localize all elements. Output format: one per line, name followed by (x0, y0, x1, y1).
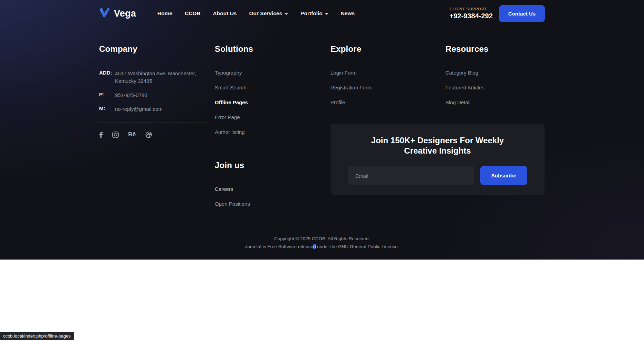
social-links: Bē (99, 131, 206, 138)
footer-link-open-positions[interactable]: Open Positions (215, 201, 250, 207)
instagram-icon[interactable] (112, 131, 119, 138)
footer-link-login-form[interactable]: Login Form (330, 70, 357, 76)
behance-icon[interactable]: Bē (128, 131, 136, 138)
footer-link-error-page[interactable]: Error Page (215, 114, 240, 120)
nav-item-portfolio[interactable]: Portfolio (300, 10, 328, 17)
address-value: 4517 Washington Ave. Manchester, Kentuck… (115, 70, 206, 85)
footer-link-category-blog[interactable]: Category Blog (445, 70, 478, 76)
company-divider (99, 123, 206, 123)
chevron-down-icon (325, 13, 328, 15)
facebook-icon[interactable] (99, 131, 103, 138)
nav-item-ccob[interactable]: CCOB (185, 10, 201, 17)
navbar-right: CLIENT SUPPORT +92-9384-292 Contact Us (450, 5, 545, 22)
contact-us-button[interactable]: Contact Us (499, 5, 545, 22)
footer-link-author-listing[interactable]: Author listing (215, 129, 245, 135)
vega-logo-icon (99, 7, 111, 20)
join-us-heading: Join us (215, 160, 318, 170)
footer-link-profile[interactable]: Profile (330, 99, 345, 105)
footer-dark-background: Vega Home CCOB About Us Our Services Por… (0, 0, 644, 260)
page: Vega Home CCOB About Us Our Services Por… (0, 0, 644, 341)
footer-link-careers[interactable]: Careers (215, 186, 233, 192)
copyright-line1: Copyright © 2025 CCOB. All Rights Reserv… (0, 236, 644, 241)
footer-link-offline-pages[interactable]: Offline Pages (215, 99, 248, 105)
company-heading: Company (99, 44, 206, 54)
phone-row: P: 951-925-0780 (99, 91, 206, 99)
copyright-block: Copyright © 2025 CCOB. All Rights Reserv… (0, 236, 644, 249)
footer-column-explore: Explore Login Form Registration Form Pro… (330, 44, 434, 114)
chevron-down-icon (285, 13, 288, 15)
footer-column-solutions: Solutions Typography Smart Search Offlin… (215, 44, 318, 216)
address-label: ADD: (99, 70, 115, 85)
resources-heading: Resources (445, 44, 549, 54)
explore-links: Login Form Registration Form Profile (330, 70, 434, 106)
nav-item-our-services[interactable]: Our Services (249, 10, 288, 17)
dribbble-icon[interactable] (145, 131, 152, 138)
client-support-phone: +92-9384-292 (450, 12, 493, 20)
solutions-links: Typography Smart Search Offline Pages Er… (215, 70, 318, 135)
copyright-line2: Joomla! is Free Software released under … (0, 244, 644, 249)
subscribe-button[interactable]: Subscribe (480, 166, 527, 185)
email-input[interactable] (348, 166, 474, 185)
brand-name: Vega (114, 8, 136, 19)
mail-row: M: no-reply@gmail.com (99, 105, 206, 113)
join-us-block: Join us Careers Open Positions (215, 160, 318, 207)
nav-item-about-us[interactable]: About Us (213, 10, 237, 17)
solutions-heading: Solutions (215, 44, 318, 54)
mail-label: M: (99, 105, 115, 113)
resources-links: Category Blog Featured Articles Blog Det… (445, 70, 549, 106)
footer-column-resources: Resources Category Blog Featured Article… (445, 44, 549, 114)
footer-link-registration-form[interactable]: Registration Form (330, 85, 372, 90)
explore-heading: Explore (330, 44, 434, 54)
footer-link-featured-articles[interactable]: Featured Articles (445, 85, 484, 90)
newsletter-form: Subscribe (348, 166, 527, 185)
phone-label: P: (99, 91, 115, 99)
brand-logo[interactable]: Vega (99, 7, 136, 20)
client-support-block: CLIENT SUPPORT +92-9384-292 (450, 7, 493, 20)
nav-item-news[interactable]: News (341, 10, 355, 17)
client-support-label: CLIENT SUPPORT (450, 7, 493, 11)
mail-value[interactable]: no-reply@gmail.com (115, 105, 163, 113)
phone-value[interactable]: 951-925-0780 (115, 91, 147, 99)
address-row: ADD: 4517 Washington Ave. Manchester, Ke… (99, 70, 206, 85)
footer-link-typography[interactable]: Typography (215, 70, 242, 76)
footer-column-company: Company ADD: 4517 Washington Ave. Manche… (99, 44, 206, 138)
footer-bottom-divider (99, 224, 545, 224)
newsletter-card: Join 150K+ Designers For Weekly Creative… (330, 124, 545, 195)
footer-link-blog-detail[interactable]: Blog Detail (445, 99, 471, 105)
newsletter-title: Join 150K+ Designers For Weekly Creative… (348, 135, 527, 156)
join-us-links: Careers Open Positions (215, 186, 318, 207)
link-status-tooltip: ccob.local/index.php/offline-pages (0, 332, 74, 340)
main-nav: Home CCOB About Us Our Services Portfoli… (157, 10, 355, 17)
navbar: Vega Home CCOB About Us Our Services Por… (99, 3, 545, 23)
footer-link-smart-search[interactable]: Smart Search (215, 85, 247, 90)
nav-item-home[interactable]: Home (157, 10, 172, 17)
